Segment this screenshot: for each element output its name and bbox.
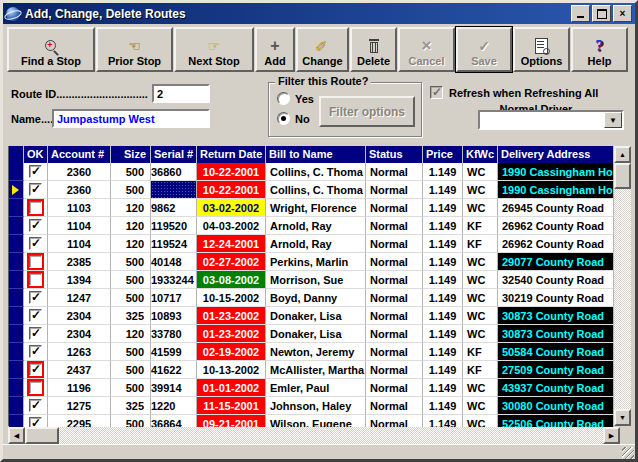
cell-bill-to-name[interactable]: Arnold, Ray	[266, 217, 366, 235]
row-indicator-cell[interactable]	[9, 271, 24, 289]
cell-account[interactable]: 1196	[48, 379, 111, 397]
column-header-kfwc[interactable]: KfWc	[463, 146, 498, 163]
cell-delivery-address[interactable]: 50584 County Road	[498, 343, 614, 361]
cell-account[interactable]: 1247	[48, 289, 111, 307]
column-header-ok[interactable]: OK	[24, 146, 48, 163]
cell-ok[interactable]	[24, 271, 48, 289]
driver-combobox[interactable]: ▼	[478, 110, 624, 130]
cell-status[interactable]: Normal	[366, 307, 423, 325]
row-indicator-cell[interactable]	[9, 199, 24, 217]
scroll-left-button[interactable]: ◀	[8, 427, 25, 444]
cell-bill-to-name[interactable]: Donaker, Lisa	[266, 325, 366, 343]
row-indicator-cell[interactable]	[9, 307, 24, 325]
close-button[interactable]: ×	[613, 5, 632, 22]
row-indicator-cell[interactable]	[9, 325, 24, 343]
cell-return-date[interactable]: 10-15-2002	[197, 289, 266, 307]
cell-status[interactable]: Normal	[366, 289, 423, 307]
column-header-return-date[interactable]: Return Date	[197, 146, 266, 163]
maximize-button[interactable]	[592, 5, 611, 22]
delete-button[interactable]: Delete	[350, 27, 397, 72]
cell-ok[interactable]	[24, 289, 48, 307]
row-checkbox[interactable]	[29, 273, 42, 286]
cell-size[interactable]: 120	[111, 325, 151, 343]
cell-status[interactable]: Normal	[366, 163, 423, 181]
cell-ok[interactable]	[24, 361, 48, 379]
cell-delivery-address[interactable]: 32540 County Road	[498, 271, 614, 289]
cell-account[interactable]: 1104	[48, 235, 111, 253]
cell-return-date[interactable]: 12-24-2001	[197, 235, 266, 253]
cell-delivery-address[interactable]: 29077 County Road	[498, 253, 614, 271]
row-checkbox[interactable]	[29, 183, 42, 196]
column-header-status[interactable]: Status	[366, 146, 423, 163]
cell-price[interactable]: 1.149	[423, 181, 463, 199]
options-button[interactable]: Options	[513, 27, 570, 72]
cell-delivery-address[interactable]: 27509 County Road	[498, 361, 614, 379]
row-indicator-cell[interactable]	[9, 253, 24, 271]
cell-return-date[interactable]: 02-19-2002	[197, 343, 266, 361]
driver-combobox-dropdown-button[interactable]: ▼	[604, 112, 622, 128]
cell-delivery-address[interactable]: 26962 County Road	[498, 217, 614, 235]
cell-bill-to-name[interactable]: Collins, C. Thoma	[266, 181, 366, 199]
cell-bill-to-name[interactable]: Arnold, Ray	[266, 235, 366, 253]
cell-ok[interactable]	[24, 163, 48, 181]
cell-serial[interactable]	[151, 181, 197, 199]
cell-kfwc[interactable]: WC	[463, 271, 498, 289]
cell-ok[interactable]	[24, 253, 48, 271]
horizontal-scrollbar[interactable]: ◀ ▶	[8, 427, 620, 444]
cell-delivery-address[interactable]: 1990 Cassingham Ho	[498, 163, 614, 181]
route-name-field[interactable]: Jumpastump West	[52, 109, 210, 128]
cell-size[interactable]: 500	[111, 343, 151, 361]
cell-status[interactable]: Normal	[366, 253, 423, 271]
cell-price[interactable]: 1.149	[423, 217, 463, 235]
cell-return-date[interactable]: 10-13-2002	[197, 361, 266, 379]
row-indicator-cell[interactable]	[9, 181, 24, 199]
cell-price[interactable]: 1.149	[423, 379, 463, 397]
cell-price[interactable]: 1.149	[423, 199, 463, 217]
row-checkbox[interactable]	[29, 255, 42, 268]
cell-account[interactable]: 2304	[48, 307, 111, 325]
cell-size[interactable]: 325	[111, 397, 151, 415]
refresh-checkbox[interactable]	[430, 86, 443, 99]
row-indicator-cell[interactable]	[9, 343, 24, 361]
cell-size[interactable]: 500	[111, 271, 151, 289]
cell-price[interactable]: 1.149	[423, 343, 463, 361]
scroll-right-button[interactable]: ▶	[603, 427, 620, 444]
filter-yes-radio[interactable]: Yes	[277, 92, 314, 105]
cell-return-date[interactable]: 03-02-2002	[197, 199, 266, 217]
cell-delivery-address[interactable]: 26945 County Road	[498, 199, 614, 217]
cell-price[interactable]: 1.149	[423, 271, 463, 289]
cell-kfwc[interactable]: KF	[463, 235, 498, 253]
cell-return-date[interactable]: 04-03-2002	[197, 217, 266, 235]
row-checkbox[interactable]	[29, 363, 42, 376]
column-header-serial-[interactable]: Serial #	[151, 146, 197, 163]
cell-serial[interactable]: 40148	[151, 253, 197, 271]
row-checkbox[interactable]	[29, 219, 42, 232]
route-id-field[interactable]: 2	[152, 84, 210, 103]
horizontal-scroll-track[interactable]	[59, 427, 603, 444]
cell-size[interactable]: 500	[111, 379, 151, 397]
cell-serial[interactable]: 41599	[151, 343, 197, 361]
cell-delivery-address[interactable]: 30219 County Road	[498, 289, 614, 307]
cell-kfwc[interactable]: WC	[463, 307, 498, 325]
cell-kfwc[interactable]: WC	[463, 289, 498, 307]
cell-ok[interactable]	[24, 397, 48, 415]
cell-size[interactable]: 500	[111, 361, 151, 379]
vertical-scroll-thumb[interactable]	[614, 163, 631, 189]
prior-stop-button[interactable]: Prior Stop	[96, 27, 173, 72]
cell-serial[interactable]: 10717	[151, 289, 197, 307]
scroll-up-button[interactable]: ▲	[614, 146, 631, 163]
resize-grip[interactable]	[622, 447, 634, 459]
cell-size[interactable]: 120	[111, 199, 151, 217]
cell-price[interactable]: 1.149	[423, 325, 463, 343]
add-button[interactable]: Add	[255, 27, 295, 72]
cell-kfwc[interactable]: WC	[463, 325, 498, 343]
cell-bill-to-name[interactable]: Emler, Paul	[266, 379, 366, 397]
cell-return-date[interactable]: 01-01-2002	[197, 379, 266, 397]
cell-ok[interactable]	[24, 307, 48, 325]
cell-status[interactable]: Normal	[366, 379, 423, 397]
change-button[interactable]: Change	[296, 27, 349, 72]
row-indicator-cell[interactable]	[9, 217, 24, 235]
cell-status[interactable]: Normal	[366, 217, 423, 235]
cell-status[interactable]: Normal	[366, 181, 423, 199]
cell-account[interactable]: 1275	[48, 397, 111, 415]
